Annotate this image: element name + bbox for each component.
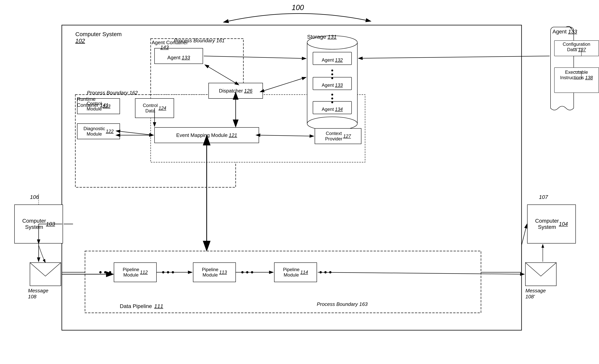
- agent-doc-label: Agent 133: [553, 29, 577, 35]
- pipeline-113-label: PipelineModule 113: [193, 263, 236, 282]
- message-108-label: Message108: [28, 288, 48, 300]
- svg-line-45: [204, 56, 306, 59]
- dispatcher-label: Dispatcher 126: [209, 83, 263, 98]
- data-pipeline-label: Data Pipeline 111: [120, 303, 163, 309]
- cs102-label: Computer System102: [75, 31, 122, 44]
- event-mapping-label: Event Mapping Module 121: [155, 127, 259, 143]
- ref-106: 106: [30, 194, 39, 200]
- context-provider-label: ContextProvider 127: [315, 128, 361, 144]
- svg-point-58: [167, 271, 169, 273]
- svg-point-59: [172, 271, 174, 273]
- agent-134-label: Agent 134: [313, 103, 352, 115]
- svg-line-52: [521, 224, 527, 245]
- cs103-label: ComputerSystem103: [15, 205, 63, 243]
- svg-point-57: [162, 271, 164, 273]
- svg-point-61: [246, 271, 248, 273]
- config-data-label: ConfigurationData 137: [555, 42, 598, 52]
- agent-container-label: Agent Container: [152, 40, 188, 46]
- svg-line-38: [120, 131, 154, 135]
- agent-133-container-label: Agent 133: [155, 50, 203, 65]
- svg-point-70: [331, 97, 333, 99]
- agent-132-label: Agent 132: [313, 54, 352, 66]
- svg-point-66: [331, 69, 333, 71]
- control-data-label: ControlData 124: [135, 98, 174, 118]
- pb163-label: Process Boundary 163: [317, 301, 368, 307]
- svg-rect-28: [525, 263, 556, 286]
- svg-point-67: [331, 73, 333, 75]
- svg-line-42: [260, 135, 314, 136]
- cs104-label: ComputerSystem104: [527, 205, 576, 243]
- svg-point-64: [324, 271, 327, 273]
- control-module-label: ControlModule 123: [77, 98, 120, 114]
- svg-point-54: [99, 271, 102, 273]
- agent-133-storage-label: Agent 133: [313, 79, 352, 91]
- exec-instructions-label: ExecutableInstructions 138: [555, 69, 598, 80]
- svg-point-62: [251, 271, 253, 273]
- pipeline-112-label: PipelineModule 112: [114, 263, 157, 282]
- diagnostic-module-label: DiagnosticModule 122: [77, 124, 120, 139]
- svg-point-65: [329, 271, 332, 273]
- diagram-svg: [0, 0, 599, 364]
- svg-point-63: [319, 271, 322, 273]
- agent-container-number: 143: [160, 44, 169, 50]
- svg-rect-4: [62, 25, 521, 330]
- svg-line-53: [358, 56, 550, 58]
- svg-rect-27: [30, 263, 61, 286]
- svg-point-56: [109, 271, 111, 273]
- ref-107: 107: [539, 194, 548, 200]
- message-108prime-label: Message108': [525, 288, 546, 300]
- pipeline-114-label: PipelineModule 114: [274, 263, 317, 282]
- storage-label: Storage 131: [307, 34, 337, 40]
- cs102-number: 102: [75, 37, 85, 44]
- svg-line-44: [264, 77, 306, 91]
- svg-point-55: [104, 271, 106, 273]
- svg-line-43: [205, 65, 236, 83]
- svg-point-69: [331, 94, 333, 95]
- svg-point-60: [241, 271, 244, 273]
- diagram: 100 Computer System102 Process Boundary …: [0, 0, 599, 364]
- pb162-label: Process Boundary 162: [87, 90, 138, 96]
- svg-line-36: [318, 272, 524, 274]
- arc-label-100: 100: [292, 3, 304, 12]
